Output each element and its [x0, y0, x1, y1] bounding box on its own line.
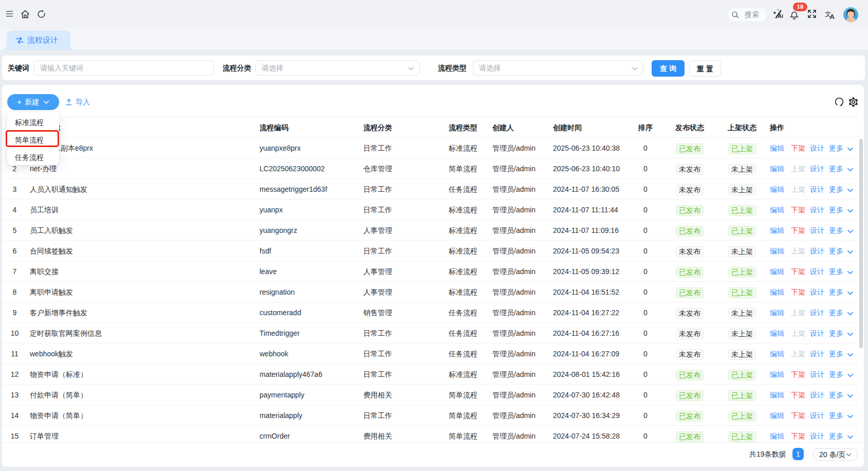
svg-text:Ai: Ai: [778, 13, 783, 19]
svg-text:A: A: [830, 13, 835, 20]
